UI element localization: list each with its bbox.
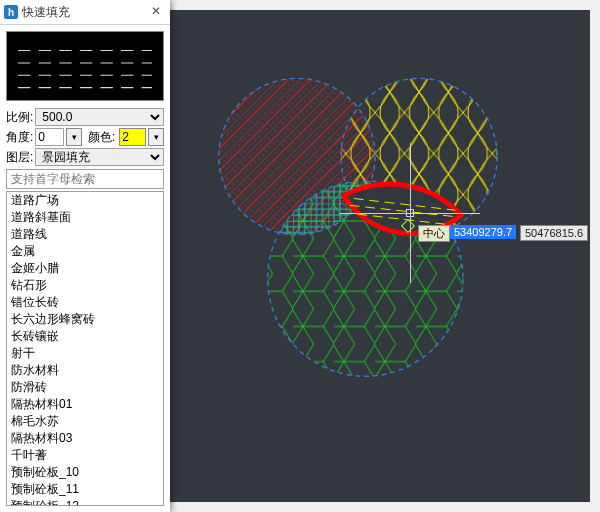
list-item[interactable]: 射干: [7, 345, 163, 362]
list-item[interactable]: 道路广场: [7, 192, 163, 209]
list-item[interactable]: 防水材料: [7, 362, 163, 379]
list-item[interactable]: 长六边形蜂窝砖: [7, 311, 163, 328]
scale-label: 比例:: [6, 109, 33, 126]
list-item[interactable]: 长砖镶嵌: [7, 328, 163, 345]
color-swatch[interactable]: 2: [119, 128, 146, 146]
close-button[interactable]: ✕: [146, 3, 166, 21]
app-icon: h: [4, 5, 18, 19]
list-item[interactable]: 道路斜基面: [7, 209, 163, 226]
angle-dropdown-button[interactable]: ▾: [66, 128, 82, 146]
layer-label: 图层:: [6, 149, 33, 166]
svg-rect-19: [170, 10, 590, 491]
quick-fill-dialog: h 快速填充 ✕ 比例: 500.0 角度: ▾: [0, 0, 170, 512]
list-item[interactable]: 钻石形: [7, 277, 163, 294]
cursor-pickbox: [406, 209, 414, 217]
angle-input[interactable]: [35, 128, 64, 146]
list-item[interactable]: 棉毛水苏: [7, 413, 163, 430]
angle-label: 角度:: [6, 129, 33, 146]
list-item[interactable]: 预制砼板_11: [7, 481, 163, 498]
list-item[interactable]: 错位长砖: [7, 294, 163, 311]
list-item[interactable]: 金姬小腊: [7, 260, 163, 277]
drawing-svg: [170, 10, 590, 491]
list-item[interactable]: 道路线: [7, 226, 163, 243]
list-item[interactable]: 金属: [7, 243, 163, 260]
color-dropdown-button[interactable]: ▾: [148, 128, 164, 146]
hatch-preview[interactable]: [6, 31, 164, 101]
snap-tooltip-center: 中心: [418, 225, 450, 242]
search-input[interactable]: [6, 169, 164, 189]
scale-select[interactable]: 500.0: [35, 108, 164, 126]
color-label: 颜色:: [88, 129, 115, 146]
list-item[interactable]: 隔热材料03: [7, 430, 163, 447]
list-item[interactable]: 千叶蓍: [7, 447, 163, 464]
dialog-title: 快速填充: [22, 4, 70, 21]
hatch-pattern-list[interactable]: 道路广场道路斜基面道路线金属金姬小腊钻石形错位长砖长六边形蜂窝砖长砖镶嵌射干防水…: [7, 192, 163, 505]
dynamic-input-y: 50476815.6: [520, 225, 588, 241]
list-item[interactable]: 预制砼板_10: [7, 464, 163, 481]
list-item[interactable]: 防滑砖: [7, 379, 163, 396]
dialog-titlebar[interactable]: h 快速填充 ✕: [0, 0, 170, 25]
dynamic-input-x[interactable]: 53409279.7: [450, 225, 516, 239]
layer-select[interactable]: 景园填充: [35, 148, 164, 166]
list-item[interactable]: 隔热材料01: [7, 396, 163, 413]
cad-canvas[interactable]: 中心 53409279.7 50476815.6: [170, 0, 600, 512]
list-item[interactable]: 预制砼板_12: [7, 498, 163, 505]
